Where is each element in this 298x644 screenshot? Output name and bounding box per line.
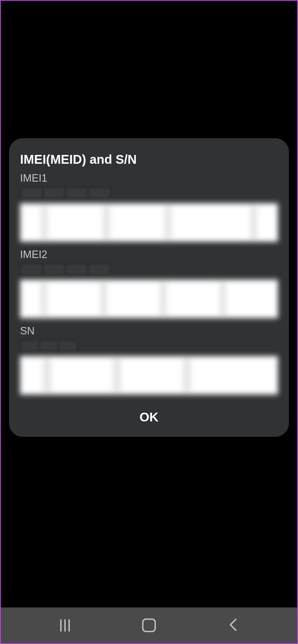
dialog-title: IMEI(MEID) and S/N: [20, 152, 278, 167]
imei2-label: IMEI2: [20, 249, 278, 260]
imei1-barcode-redacted: [20, 203, 278, 242]
back-icon: [229, 618, 237, 633]
ok-button[interactable]: OK: [20, 401, 278, 429]
back-button[interactable]: [219, 617, 247, 634]
sn-label: SN: [20, 325, 278, 337]
recents-icon: [60, 619, 70, 632]
home-button[interactable]: [135, 617, 163, 634]
imei-dialog: IMEI(MEID) and S/N IMEI1 IMEI2: [9, 138, 289, 437]
imei1-label: IMEI1: [20, 172, 278, 184]
imei1-value-text-redacted: [20, 187, 111, 199]
sn-value-text-redacted: [20, 340, 78, 352]
imei2-value-text-redacted: [20, 263, 111, 276]
imei2-barcode-redacted: [20, 280, 278, 318]
home-icon: [142, 618, 156, 632]
navigation-bar: [1, 607, 297, 643]
sn-barcode-redacted: [20, 356, 278, 395]
recents-button[interactable]: [51, 617, 79, 634]
